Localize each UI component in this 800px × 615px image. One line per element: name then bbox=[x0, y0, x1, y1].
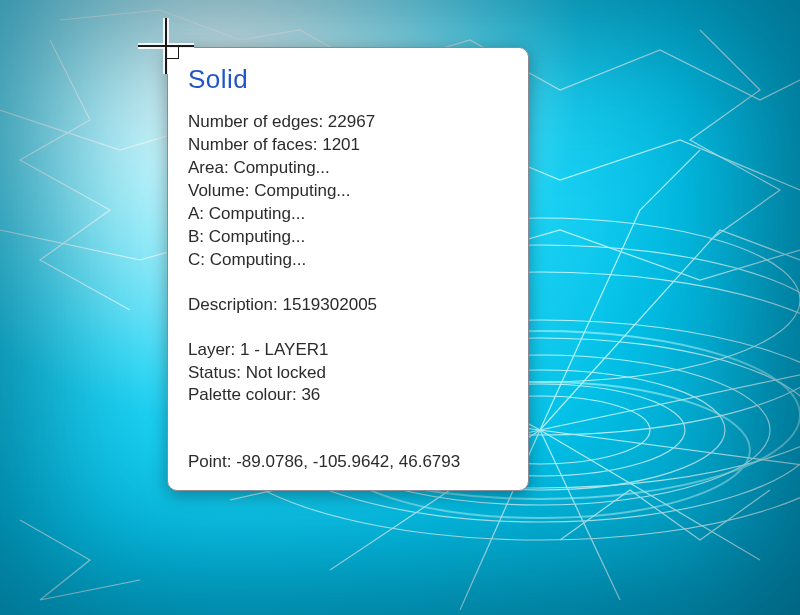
prop-status: Status: Not locked bbox=[188, 362, 508, 385]
prop-c: C: Computing... bbox=[188, 249, 508, 272]
prop-area: Area: Computing... bbox=[188, 157, 508, 180]
prop-palette-colour: Palette colour: 36 bbox=[188, 384, 508, 407]
object-info-tooltip: Solid Number of edges: 22967 Number of f… bbox=[167, 47, 529, 491]
svg-line-11 bbox=[540, 430, 760, 560]
prop-edges: Number of edges: 22967 bbox=[188, 111, 508, 134]
prop-a: A: Computing... bbox=[188, 203, 508, 226]
prop-description: Description: 1519302005 bbox=[188, 294, 508, 317]
prop-b: B: Computing... bbox=[188, 226, 508, 249]
prop-layer: Layer: 1 - LAYER1 bbox=[188, 339, 508, 362]
prop-point: Point: -89.0786, -105.9642, 46.6793 bbox=[188, 451, 508, 474]
prop-volume: Volume: Computing... bbox=[188, 180, 508, 203]
tooltip-title: Solid bbox=[188, 62, 508, 97]
prop-faces: Number of faces: 1201 bbox=[188, 134, 508, 157]
